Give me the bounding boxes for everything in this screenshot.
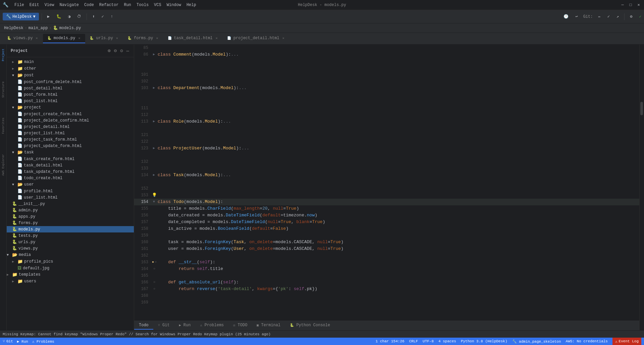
strip-aws-icon[interactable]: AWS Explorer xyxy=(2,153,5,177)
tab-project-detail-close[interactable]: ✕ xyxy=(281,36,285,41)
strip-favorites-icon[interactable]: Favorites xyxy=(2,116,5,135)
fold-icon-113[interactable]: ▶ xyxy=(153,118,155,125)
tab-forms-close[interactable]: ✕ xyxy=(155,36,159,41)
tree-item-media[interactable]: ▼ 📂 media xyxy=(7,252,134,258)
status-indent[interactable]: 4 spaces xyxy=(438,339,456,343)
tree-item-post[interactable]: ▼ 📂 post xyxy=(7,72,134,79)
status-admin[interactable]: 🔧 admin_page_skeleton xyxy=(512,339,561,344)
tree-minimize-btn[interactable]: — xyxy=(126,48,130,54)
tab-views[interactable]: 🐍 views.py ✕ xyxy=(3,34,43,43)
tree-item-other[interactable]: ▶ 📁 other xyxy=(7,65,134,72)
tree-item-post-detail[interactable]: 📄 post_detail.html xyxy=(7,85,134,91)
menu-file[interactable]: File xyxy=(12,2,26,8)
bottom-tab-todo-list[interactable]: ☑ TODO xyxy=(228,322,252,330)
tree-item-todo-create[interactable]: 📄 todo_create.html xyxy=(7,175,134,181)
tab-task-detail[interactable]: 📄 task_detail.html ✕ xyxy=(163,34,223,43)
tree-item-profile-pics[interactable]: ▶ 📁 profile_pics xyxy=(7,258,134,265)
tree-item-project-task-form[interactable]: 📄 project_task_form.html xyxy=(7,136,134,143)
scrollbar-thumb[interactable] xyxy=(640,102,643,115)
tree-item-user-list[interactable]: 📄 user_list.html xyxy=(7,194,134,201)
status-line-ending[interactable]: CRLF xyxy=(409,339,418,343)
menu-refactor[interactable]: Refactor xyxy=(97,2,121,8)
coverage-button[interactable]: ◑ xyxy=(65,13,73,20)
status-aws[interactable]: AWS: No credentials xyxy=(566,339,608,343)
bottom-tab-run[interactable]: ▶ Run xyxy=(174,322,196,330)
menu-run[interactable]: Run xyxy=(122,2,133,8)
tree-item-post-list[interactable]: 📄 post_list.html xyxy=(7,98,134,104)
helpdesk-dropdown[interactable]: 🔧 HelpDesk ▼ xyxy=(3,13,39,20)
git-check-button[interactable]: ✓ xyxy=(605,13,612,20)
breadcrumb-file[interactable]: main_app xyxy=(29,26,48,30)
strip-project-icon[interactable]: Project xyxy=(2,47,5,63)
status-python[interactable]: Python 3.8 (HelpDesk) xyxy=(461,339,507,343)
tree-item-templates[interactable]: ▶ 📁 templates xyxy=(7,271,134,278)
profile-button[interactable]: ⏱ xyxy=(74,13,84,20)
maximize-button[interactable]: □ xyxy=(628,2,633,8)
tree-item-project-update[interactable]: 📄 project_update_form.html xyxy=(7,143,134,149)
menu-navigate[interactable]: Navigate xyxy=(57,2,81,8)
fold-icon-134[interactable]: ▶ xyxy=(153,172,155,179)
strip-structure-icon[interactable]: Structure xyxy=(2,80,5,99)
menu-help[interactable]: Help xyxy=(184,2,198,8)
tree-item-post-confirm-delete[interactable]: 📄 post_confirm_delete.html xyxy=(7,79,134,85)
git-edit-button[interactable]: ✏ xyxy=(595,13,603,20)
bottom-tab-terminal[interactable]: ▣ Terminal xyxy=(252,322,285,330)
code-content[interactable]: 85 86 ▶ class Comment(models.Model):... xyxy=(134,45,639,320)
debug-button[interactable]: 🐛 xyxy=(54,13,64,20)
bottom-tab-problems[interactable]: ⚠ Problems xyxy=(195,322,228,330)
tab-project-detail[interactable]: 📄 project_detail.html ✕ xyxy=(223,34,289,43)
status-git[interactable]: ⑂ Git xyxy=(3,339,13,343)
tree-item-task-folder[interactable]: ▼ 📂 task xyxy=(7,149,134,156)
tree-item-task-update[interactable]: 📄 task_update_form.html xyxy=(7,168,134,175)
tree-item-init[interactable]: 🐍 __init__.py xyxy=(7,201,134,207)
tree-expand-btn[interactable]: ⊕ xyxy=(107,47,111,54)
tree-item-views-py[interactable]: 🐍 views.py xyxy=(7,245,134,252)
tree-item-project-list[interactable]: 📄 project_list.html xyxy=(7,130,134,136)
tree-item-forms-py[interactable]: 🐍 forms.py xyxy=(7,220,134,226)
run-button[interactable]: ▶ xyxy=(45,13,52,20)
menu-view[interactable]: View xyxy=(43,2,56,8)
tree-item-urls-py[interactable]: 🐍 urls.py xyxy=(7,239,134,245)
tree-collapse-btn[interactable]: ⊖ xyxy=(113,47,117,54)
tree-item-users[interactable]: ▶ 📁 users xyxy=(7,278,134,285)
tab-urls[interactable]: 🐍 urls.py ✕ xyxy=(85,34,123,43)
menu-code[interactable]: Code xyxy=(82,2,96,8)
status-event-log[interactable]: ⚠ Event Log xyxy=(612,338,641,345)
update-button[interactable]: ⬆ xyxy=(90,13,97,20)
tree-item-project-create[interactable]: 📄 project_create_form.html xyxy=(7,111,134,117)
fold-icon-86[interactable]: ▶ xyxy=(153,51,155,58)
status-run[interactable]: ▶ Run xyxy=(17,339,28,344)
tree-item-post-form[interactable]: 📄 post_form.html xyxy=(7,91,134,98)
git-push-arrow[interactable]: ↗ xyxy=(614,13,622,20)
tab-views-close[interactable]: ✕ xyxy=(35,36,39,41)
menu-tools[interactable]: Tools xyxy=(135,2,151,8)
tree-item-profile[interactable]: 📄 profile.html xyxy=(7,188,134,194)
tab-forms[interactable]: 🐍 forms.py ✕ xyxy=(123,34,163,43)
settings-button[interactable]: ⚙ xyxy=(627,13,635,20)
history-button[interactable]: 🕐 xyxy=(561,13,571,20)
tree-item-tests[interactable]: 🐍 tests.py xyxy=(7,232,134,239)
tree-item-project[interactable]: ▼ 📂 project xyxy=(7,104,134,111)
tree-item-user[interactable]: ▼ 📂 user xyxy=(7,181,134,188)
minimize-button[interactable]: ─ xyxy=(620,2,625,8)
tree-item-default-jpg[interactable]: 🖼 default.jpg xyxy=(7,265,134,271)
tree-item-task-create[interactable]: 📄 task_create_form.html xyxy=(7,156,134,162)
tree-item-project-delete-confirm[interactable]: 📄 project_delete_confirm.html xyxy=(7,117,134,124)
code-editor[interactable]: 85 86 ▶ class Comment(models.Model):... xyxy=(134,45,639,330)
tab-models[interactable]: 🐍 models.py ✕ xyxy=(43,34,86,43)
tree-item-admin[interactable]: 🐍 admin.py xyxy=(7,207,134,213)
push-button[interactable]: ↑ xyxy=(108,13,116,20)
menu-vcs[interactable]: VCS xyxy=(152,2,163,8)
close-button[interactable]: ✕ xyxy=(636,2,641,8)
tab-models-close[interactable]: ✕ xyxy=(77,36,81,41)
tree-settings-btn[interactable]: ⚙ xyxy=(119,47,123,54)
tree-item-apps[interactable]: 🐍 apps.py xyxy=(7,213,134,220)
undo-button[interactable]: ↩ xyxy=(573,13,580,20)
status-problems[interactable]: ⚠ Problems xyxy=(32,339,54,344)
bottom-tab-python-console[interactable]: 🐍 Python Console xyxy=(285,322,335,330)
tab-urls-close[interactable]: ✕ xyxy=(115,36,119,41)
commit-button[interactable]: ✓ xyxy=(99,13,107,20)
fold-icon-103[interactable]: ▶ xyxy=(153,85,155,91)
breadcrumb-current[interactable]: models.py xyxy=(59,26,81,30)
bottom-tab-git[interactable]: ⑂ Git xyxy=(153,322,174,330)
